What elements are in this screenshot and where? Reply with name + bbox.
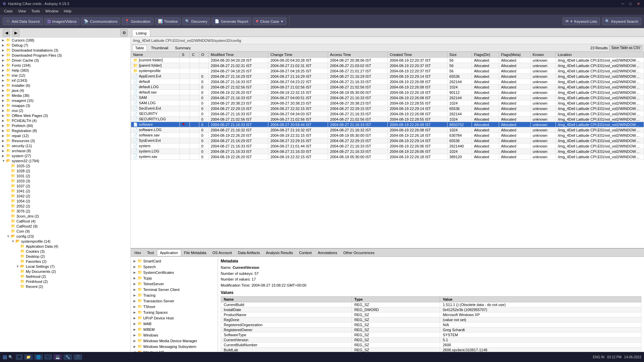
tree-item[interactable]: 📁CatRoot2 (9) [0,224,130,229]
table-row[interactable]: 📄SAM02004-08-27 21:16:33 IST2004-08-27 0… [131,95,644,101]
table-row[interactable]: 📄software.sav02004-08-19 22:26:20 IST200… [131,133,644,138]
col-known[interactable]: Known [531,52,556,58]
tree-item[interactable]: 📁Com (9) [0,229,130,234]
menu-window[interactable]: Window [43,8,61,14]
registry-tree-item[interactable]: ▶📁UPnP Device Host [132,315,216,321]
registry-tree-item[interactable]: ▶📁SystemCertificates [132,269,216,275]
tree-item[interactable]: 📁1033 (3) [0,178,130,183]
col-access[interactable]: Access Time [328,52,388,58]
start-button[interactable]: ⊞ [3,354,7,360]
tree-item[interactable]: 📁1031 (2) [0,173,130,178]
tree-item[interactable]: ▶📁PCHEALTH (4) [0,118,130,123]
forward-button[interactable]: ▶ [12,29,19,37]
tree-item[interactable]: ▶📁Downloaded Installations (3) [0,48,130,53]
tree-item[interactable]: ▶📁Cursors (188) [0,38,130,43]
table-row[interactable]: 📄SAM.LOG02004-08-27 20:38:23 IST2004-08-… [131,101,644,106]
bottom-tab-application[interactable]: Application [157,249,181,256]
tree-item[interactable]: ▶📁msapps (3) [0,103,130,108]
registry-tree-item[interactable]: ▶📁Terminal Server Client [132,287,216,292]
table-row[interactable]: 📁[current folder]2004-08-20 04:20:28 IST… [131,58,644,63]
table-row[interactable]: 📄SysEvent.Evt02004-08-27 21:16:29 IST200… [131,138,644,143]
search-taskbar-button[interactable]: 🔍 [8,355,13,359]
tree-item[interactable]: ▼📂Local Settings (7) [0,264,130,269]
close-case-button[interactable]: ✖ Close Case ▼ [253,17,286,25]
tree-item[interactable]: 📁1037 (2) [0,183,130,188]
generate-report-button[interactable]: 📄 Generate Report [212,17,251,25]
tree-item[interactable]: 📁PrintHood (2) [0,279,130,284]
settings-button[interactable]: ⚙ [120,29,128,37]
col-name[interactable]: Name [131,52,180,58]
bottom-tab-annotations[interactable]: Annotations [315,249,340,256]
tree-item[interactable]: ▶📁Media (38) [0,93,130,98]
geolocation-button[interactable]: 📍 Geolocation [122,17,154,25]
table-row[interactable]: 📄SECURITY.LOG02004-08-27 21:02:56 IST200… [131,117,644,122]
menu-case[interactable]: Case [1,8,15,14]
subtab-table[interactable]: Table [132,45,147,51]
tree-item[interactable]: 📁1041 (2) [0,188,130,193]
menu-view[interactable]: View [15,8,29,14]
taskbar-app-1[interactable]: ✉ [16,354,23,360]
tree-item[interactable]: ▶📁Debug (7) [0,43,130,48]
tree-item[interactable]: ▶📁Downloaded Program Files (3) [0,53,130,58]
tree-item[interactable]: 📁Application Data (4) [0,244,130,249]
tree-item[interactable]: ▶📁repair (12) [0,133,130,138]
tree-item[interactable]: 📁Favorites (2) [0,259,130,264]
tree-item[interactable]: ▶📁Resources (3) [0,138,130,143]
taskbar-app-3[interactable]: 🌐 [34,354,43,360]
file-table-container[interactable]: Name S C O Modified Time Change Time Acc… [131,52,644,248]
table-row[interactable]: 📁systemprofile2004-08-27 04:18:25 IST200… [131,68,644,74]
col-location[interactable]: Location [556,52,644,58]
table-row[interactable]: 📄AppEvent.Evt02004-08-27 21:16:29 IST200… [131,74,644,79]
table-row[interactable]: 📄system02004-08-27 21:16:33 IST2004-08-2… [131,143,644,149]
tree-item[interactable]: ▶📁system (27) [0,153,130,158]
tree-item[interactable]: 📁CatRoot (4) [0,219,130,224]
listing-tab[interactable]: Listing [132,29,150,37]
table-row[interactable]: 📄default.LOG02004-08-27 21:02:56 IST2004… [131,84,644,90]
bottom-tab-analysis-results[interactable]: Analysis Results [263,249,296,256]
discovery-button[interactable]: 🔍 Discovery [182,17,210,25]
registry-tree-item[interactable]: ▶📁Windows Messaging Subsystem [132,344,216,349]
registry-tree-item[interactable]: ▶📁Speech [132,264,216,269]
col-created[interactable]: Created Time [387,52,447,58]
tree-item[interactable]: ▼📂systemprofile (14) [0,239,130,244]
registry-tree-item[interactable]: ▶📁WBEM [132,326,216,332]
tree-item[interactable]: ▶📁Driver Cache (3) [0,58,130,63]
table-row[interactable]: 📄default02004-08-27 21:16:33 IST2004-08-… [131,79,644,84]
maximize-button[interactable]: □ [628,2,633,6]
tree-item[interactable]: ▶📁security (11) [0,143,130,148]
keyword-search-button[interactable]: 🔍 Keyword Search [602,17,641,25]
table-row[interactable]: 📁[parent folder]2004-08-27 21:02:31 IST2… [131,63,644,68]
tree-item[interactable]: ▶📁Prefetch (84) [0,123,130,128]
registry-tree-item[interactable]: ▼📂Windows NT [132,349,216,352]
back-button[interactable]: ◀ [3,29,10,37]
tree-item[interactable]: ▶📁mui (2) [0,108,130,113]
bottom-tab-os-account[interactable]: OS Account [209,249,235,256]
tree-item[interactable]: ▼📂config (23) [0,234,130,239]
registry-tree-item[interactable]: ▶📁SmartCard [132,258,216,264]
col-c[interactable]: C [190,52,199,58]
tree-item[interactable]: 📁2052 (2) [0,203,130,208]
registry-tree-item[interactable]: ▶📁WAB [132,321,216,326]
col-modified[interactable]: Modified Time [209,52,268,58]
tree-item[interactable]: ▶📁Help (383) [0,68,130,73]
taskbar-app-4[interactable]: 🛡 [44,354,52,360]
bottom-tab-data-artifacts[interactable]: Data Artifacts [235,249,263,256]
table-row[interactable]: 📄software.LOG02004-08-27 21:16:32 IST200… [131,127,644,133]
registry-tree-item[interactable]: ▶📁TelnetServer [132,281,216,287]
communications-button[interactable]: 📡 Communications [81,17,120,25]
registry-tree-item[interactable]: ▶📁TShoot [132,304,216,309]
table-row[interactable]: 📄system.LOG02004-08-27 21:16:33 IST2004-… [131,149,644,154]
bottom-tab-other-occurrences[interactable]: Other Occurrences [340,249,377,256]
tree-item[interactable]: 📁Cookies (3) [0,249,130,254]
registry-tree-item[interactable]: ▶📁Tuning Spaces [132,309,216,315]
tree-item[interactable]: ▶📁Registration (8) [0,128,130,133]
taskbar-app-6[interactable]: 🔧 [63,354,72,360]
tree-item[interactable]: 📁Recent (2) [0,284,130,289]
table-row[interactable]: 📄SecEvent.Evt02004-08-27 22:29:15 IST200… [131,106,644,111]
tree-item[interactable]: 📁3076 (2) [0,208,130,214]
tree-item[interactable]: ▶📁msagent (15) [0,98,130,103]
bottom-tab-context[interactable]: Context [296,249,315,256]
subtab-thumbnail[interactable]: Thumbnail [148,45,171,51]
tree-item[interactable]: ▶📁inf (1343) [0,78,130,83]
close-button[interactable]: ✕ [636,2,641,6]
